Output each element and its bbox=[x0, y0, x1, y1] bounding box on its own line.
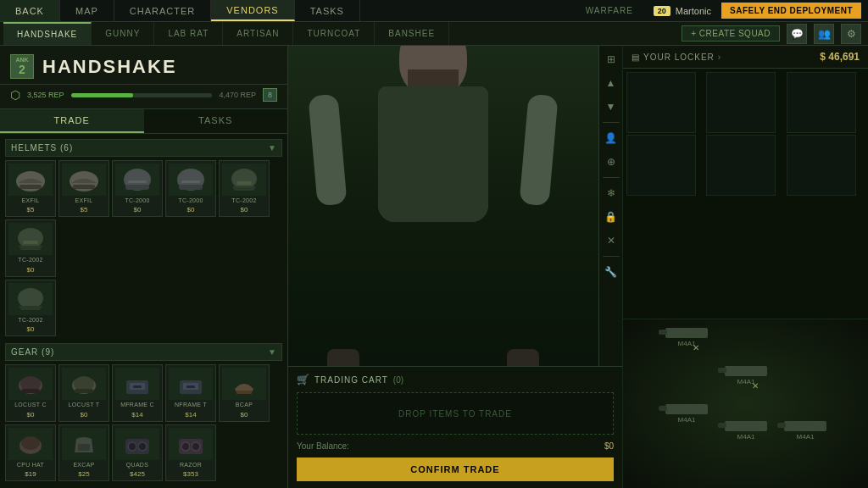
item-name: Razor bbox=[180, 462, 202, 469]
svg-rect-1 bbox=[19, 185, 42, 189]
list-item[interactable]: Locust C $0 bbox=[5, 364, 56, 421]
locker-balance: $ 46,691 bbox=[820, 51, 860, 63]
item-image bbox=[115, 164, 159, 196]
svg-point-36 bbox=[181, 442, 190, 451]
locker-grid[interactable] bbox=[623, 69, 868, 319]
helmet-icon bbox=[14, 227, 47, 251]
list-item[interactable]: Locust T $0 bbox=[58, 364, 109, 421]
nav-vendors[interactable]: VENDORS bbox=[211, 0, 294, 21]
locker-slot[interactable] bbox=[626, 72, 696, 133]
character-hands bbox=[323, 349, 543, 366]
locker-slot[interactable] bbox=[706, 72, 776, 133]
nav-tasks[interactable]: TASKS bbox=[295, 0, 360, 21]
helmet-icon bbox=[175, 168, 207, 191]
trade-tab-tasks[interactable]: TASKS bbox=[144, 109, 288, 133]
grid-tool-btn[interactable]: ⊞ bbox=[601, 49, 621, 69]
items-scroll[interactable]: Helmets (6) ▼ EXFIL $5 bbox=[0, 134, 287, 488]
chat-icon-btn[interactable]: 💬 bbox=[787, 24, 807, 44]
close-tool-btn[interactable]: ✕ bbox=[601, 230, 621, 251]
list-item[interactable]: TC-2002 $0 bbox=[5, 280, 56, 336]
character-hand-left bbox=[327, 349, 359, 366]
tab-gunny[interactable]: GUNNY bbox=[92, 22, 154, 45]
locker-slot[interactable] bbox=[706, 135, 776, 196]
item-image bbox=[62, 164, 106, 196]
helmets-header[interactable]: Helmets (6) ▼ bbox=[5, 139, 282, 157]
list-item[interactable]: ExCap $25 bbox=[58, 424, 109, 481]
item-image bbox=[115, 368, 159, 400]
wrench-tool-btn[interactable]: 🔧 bbox=[601, 262, 621, 282]
list-item[interactable]: CPU Hat $19 bbox=[5, 424, 56, 481]
helmets-grid: EXFIL $5 EXFIL $5 bbox=[5, 160, 282, 277]
list-item[interactable]: Razor $353 bbox=[165, 424, 216, 481]
rep-bar bbox=[71, 93, 213, 97]
svg-rect-30 bbox=[78, 444, 90, 451]
nav-map[interactable]: MAP bbox=[60, 0, 114, 21]
item-image bbox=[222, 368, 266, 400]
item-name: TC-2002 bbox=[231, 197, 256, 204]
item-image bbox=[62, 368, 106, 400]
tab-labrat[interactable]: LAB RAT bbox=[154, 22, 223, 45]
item-price: $0 bbox=[241, 206, 248, 214]
list-item[interactable]: TC-2000 $0 bbox=[112, 160, 163, 217]
nav-character[interactable]: CHARACTER bbox=[114, 0, 211, 21]
list-item[interactable]: MFrame C $14 bbox=[112, 364, 163, 421]
snowflake-tool-btn[interactable]: ❄ bbox=[601, 183, 621, 203]
list-item[interactable]: Quads $425 bbox=[112, 424, 163, 481]
down-tool-btn[interactable]: ▼ bbox=[601, 97, 621, 117]
layers-tool-btn[interactable]: ⊕ bbox=[601, 152, 621, 172]
list-item[interactable]: BCap $0 bbox=[219, 364, 270, 421]
locker-chevron[interactable]: › bbox=[718, 53, 721, 62]
gear-header[interactable]: Gear (9) ▼ bbox=[5, 343, 282, 361]
trade-tabs: TRADE TASKS bbox=[0, 109, 287, 134]
center-panel: ⊞ ▲ ▼ 👤 ⊕ ❄ 🔒 ✕ 🔧 🛒 TRADING CART (0) bbox=[288, 46, 622, 488]
item-price: $0 bbox=[27, 411, 35, 419]
create-squad-button[interactable]: + CREATE SQUAD bbox=[682, 25, 780, 42]
character-body-wrap bbox=[323, 86, 543, 222]
nav-back[interactable]: BACK bbox=[0, 0, 60, 21]
locker-slot[interactable] bbox=[787, 135, 856, 196]
drop-zone[interactable]: DROP ITEMS TO TRADE bbox=[297, 392, 614, 435]
rep-bar-container: ⬡ 3,525 REP 4,470 REP 8 bbox=[0, 85, 287, 109]
list-item[interactable]: NFrame T $14 bbox=[165, 364, 216, 421]
locker-slot[interactable] bbox=[626, 135, 696, 196]
svg-point-12 bbox=[18, 228, 43, 248]
character-figure bbox=[323, 46, 543, 366]
svg-rect-3 bbox=[73, 185, 95, 189]
item-image bbox=[8, 164, 53, 196]
locker-icon: ▤ bbox=[632, 53, 640, 62]
item-image bbox=[8, 368, 53, 400]
tab-turncoat[interactable]: TURNCOAT bbox=[293, 22, 375, 45]
vendor-tabs: HANDSHAKE GUNNY LAB RAT ARTISAN TURNCOAT… bbox=[0, 22, 868, 46]
item-price: $19 bbox=[25, 470, 36, 478]
list-item[interactable]: EXFIL $5 bbox=[58, 160, 109, 217]
list-item[interactable]: EXFIL $5 bbox=[5, 160, 56, 217]
tab-handshake[interactable]: HANDSHAKE bbox=[3, 22, 92, 45]
tab-artisan[interactable]: ARTISAN bbox=[223, 22, 293, 45]
settings-icon-btn[interactable]: ⚙ bbox=[841, 24, 861, 44]
rep-current: 3,525 REP bbox=[27, 91, 64, 99]
group-icon-btn[interactable]: 👥 bbox=[814, 24, 834, 44]
cart-header: 🛒 TRADING CART (0) bbox=[297, 374, 614, 385]
list-item[interactable]: TC-2002 $0 bbox=[5, 219, 56, 276]
item-image bbox=[169, 164, 213, 196]
item-price: $5 bbox=[27, 206, 35, 214]
item-image bbox=[222, 164, 266, 196]
svg-rect-17 bbox=[21, 389, 40, 393]
locker-slot[interactable] bbox=[787, 72, 856, 133]
nav-warfare[interactable]: WARFARE bbox=[576, 6, 643, 15]
item-price: $0 bbox=[187, 206, 195, 214]
trade-tab-trade[interactable]: TRADE bbox=[0, 109, 144, 133]
tab-banshee[interactable]: BANSHEE bbox=[375, 22, 449, 45]
deploy-button[interactable]: SAFELY END DEPLOYMENT bbox=[721, 3, 861, 19]
item-image bbox=[8, 223, 53, 255]
map-cross-2: ✕ bbox=[752, 381, 759, 391]
lock-tool-btn[interactable]: 🔒 bbox=[601, 207, 621, 227]
item-price: $14 bbox=[131, 411, 142, 419]
up-tool-btn[interactable]: ▲ bbox=[601, 73, 621, 93]
list-item[interactable]: TC-2000 $0 bbox=[165, 160, 216, 217]
locker-title: ▤ YOUR LOCKER › bbox=[632, 53, 721, 62]
confirm-trade-button[interactable]: CONFIRM TRADE bbox=[297, 458, 614, 481]
rep-fill bbox=[71, 93, 133, 97]
list-item[interactable]: TC-2002 $0 bbox=[219, 160, 270, 217]
person-tool-btn[interactable]: 👤 bbox=[601, 128, 621, 148]
